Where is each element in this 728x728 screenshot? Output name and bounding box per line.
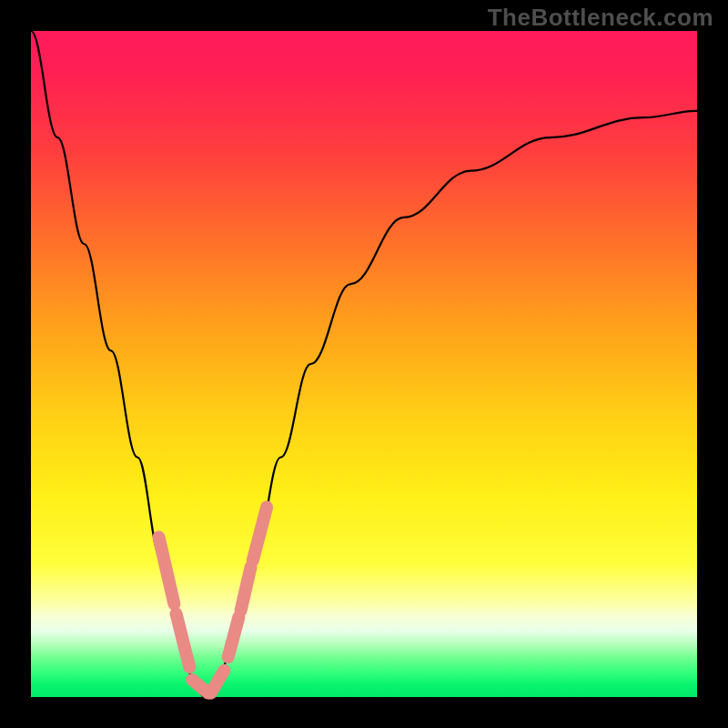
- chart-canvas: [0, 0, 728, 728]
- plot-background: [31, 31, 697, 697]
- chart-frame: { "watermark": "TheBottleneck.com", "bac…: [0, 0, 728, 728]
- watermark-text: TheBottleneck.com: [488, 4, 713, 32]
